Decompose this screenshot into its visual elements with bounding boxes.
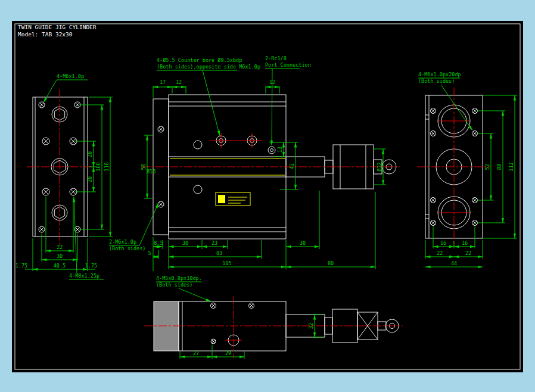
dim-label-29: 29 — [225, 350, 231, 356]
dim-label-42: 42 — [289, 163, 295, 169]
dim-label-13: 13 — [277, 147, 283, 153]
dim-label-30-right: 30 — [300, 240, 306, 246]
note-side-m6-line2: (Both sides) — [418, 78, 455, 84]
note-m6-line2: (Both sides) — [109, 245, 145, 251]
dim-label-20-lower: 20 — [87, 176, 93, 182]
dim-label-16-right: 16 — [462, 240, 468, 246]
dim-label-175-right: 1.75 — [85, 263, 97, 269]
note-m8-holes: 4-M8x1.25p — [69, 273, 99, 279]
note-counterbore-line1: 4-Ø5.5 Counter bore Ø9.5x6dp — [157, 57, 242, 63]
dim-label-32: 32 — [308, 323, 314, 329]
dim-label-100: 100 — [95, 162, 101, 171]
dim-label-20-upper: 20 — [87, 151, 93, 157]
dim-label-52: 52 — [484, 164, 490, 170]
dim-label-dia32: Ø32 — [377, 162, 382, 171]
note-m5-line2: (Both sides) — [156, 282, 192, 288]
dim-label-44: 44 — [451, 260, 457, 266]
note-m5-line1: 4-M5x0.8px10dp. — [156, 275, 202, 281]
drawing-model: Model: TAB 32x30 — [18, 31, 73, 38]
note-m6-line1: 2-M6x1.0p — [109, 239, 136, 245]
note-port-line2: Port Connection — [265, 62, 311, 68]
dim-label-405: 40.5 — [54, 263, 66, 269]
dim-label-112: 112 — [508, 162, 514, 171]
dim-label-16-left: 16 — [440, 240, 446, 246]
dim-label-dia16: Ø16 — [147, 169, 155, 175]
dim-label-110: 110 — [104, 162, 110, 171]
dim-label-80: 80 — [328, 260, 334, 266]
drawing-canvas[interactable]: TWIN GUIDE JIG CYLINDER Model: TAB 32x30 — [0, 0, 535, 392]
dim-label-12-left: 12 — [176, 79, 182, 85]
note-m6-holes: 4-M6x1.0p — [57, 73, 84, 79]
dim-label-56: 56 — [141, 164, 147, 170]
dim-label-22-right: 22 — [465, 250, 471, 256]
note-counterbore-line2: (Both sides),opposite side M6x1.0p — [157, 64, 260, 70]
dim-label-85: 8.5 — [154, 240, 163, 246]
note-side-m6-line1: 4-M6x1.0px20dp — [418, 71, 461, 77]
dim-label-30-left: 30 — [182, 240, 188, 246]
dim-label-105: 105 — [222, 260, 231, 266]
dim-label-175-left: 1.75 — [15, 263, 27, 269]
dim-label-27: 27 — [193, 350, 199, 356]
dim-label-23: 23 — [211, 240, 217, 246]
dim-label-17: 17 — [160, 79, 166, 85]
dim-label-30: 30 — [57, 253, 63, 259]
note-port-line1: 2-Rc1/8 — [265, 55, 287, 61]
drawing-title: TWIN GUIDE JIG CYLINDER — [18, 24, 97, 30]
dim-label-12-right: 12 — [269, 79, 275, 85]
dim-label-83: 83 — [216, 250, 222, 256]
dim-label-88: 88 — [496, 164, 502, 170]
dim-label-5: 5 — [148, 250, 151, 256]
dim-label-22: 22 — [57, 244, 63, 250]
dim-label-22-left: 22 — [437, 250, 443, 256]
cad-viewer-window: TWIN GUIDE JIG CYLINDER Model: TAB 32x30 — [0, 0, 535, 392]
